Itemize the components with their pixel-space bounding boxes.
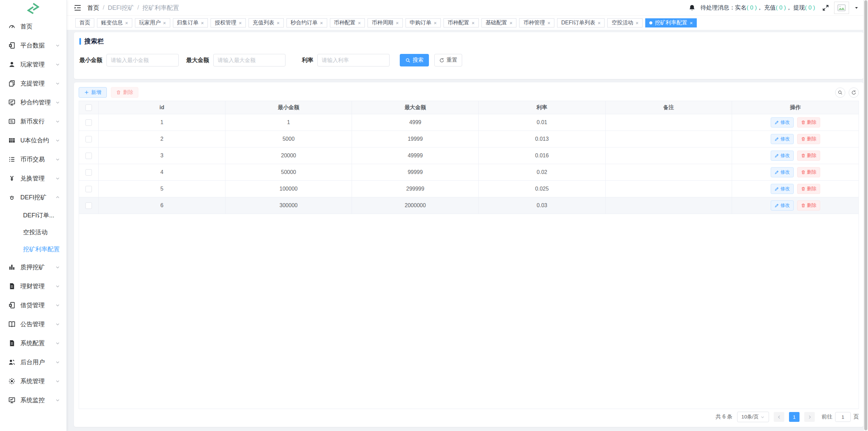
sidebar-item-9[interactable]: DEFI挖矿 bbox=[0, 188, 66, 207]
edit-button[interactable]: 修改 bbox=[771, 184, 794, 194]
tab-11[interactable]: 基础配置× bbox=[481, 18, 517, 27]
tab-close-icon[interactable]: × bbox=[690, 20, 693, 25]
sidebar-item-13[interactable]: 公告管理 bbox=[0, 315, 66, 334]
delete-button[interactable]: 删除 bbox=[797, 184, 820, 194]
row-checkbox-cell bbox=[79, 131, 99, 148]
tab-close-icon[interactable]: × bbox=[163, 20, 166, 25]
tab-14[interactable]: 空投活动× bbox=[607, 18, 643, 27]
sidebar-item-14[interactable]: 系统配置 bbox=[0, 334, 66, 353]
sidebar-item-10[interactable]: 质押挖矿 bbox=[0, 258, 66, 277]
tab-close-icon[interactable]: × bbox=[598, 20, 601, 25]
fullscreen-icon[interactable] bbox=[822, 4, 829, 12]
tab-3[interactable]: 归集订单× bbox=[173, 18, 208, 27]
sidebar-subitem-9-2[interactable]: 挖矿利率配置 bbox=[0, 241, 66, 258]
tab-7[interactable]: 币种配置× bbox=[330, 18, 365, 27]
tab-1[interactable]: 账变信息× bbox=[97, 18, 132, 27]
search-button[interactable]: 搜索 bbox=[400, 54, 429, 66]
add-button[interactable]: 新增 bbox=[79, 87, 107, 98]
cell-0-0: 1 bbox=[99, 114, 225, 131]
tab-5[interactable]: 充值列表× bbox=[249, 18, 284, 27]
tab-close-icon[interactable]: × bbox=[472, 20, 475, 25]
tab-close-icon[interactable]: × bbox=[434, 20, 437, 25]
sidebar-item-7[interactable]: 币币交易 bbox=[0, 150, 66, 169]
tab-12[interactable]: 币种管理× bbox=[519, 18, 554, 27]
breadcrumb-item-1[interactable]: DEFI挖矿 bbox=[108, 4, 134, 12]
sidebar-item-2[interactable]: 玩家管理 bbox=[0, 55, 66, 74]
bulk-delete-button[interactable]: 删除 bbox=[111, 87, 138, 98]
row-checkbox[interactable] bbox=[85, 119, 92, 126]
edit-button[interactable]: 修改 bbox=[771, 151, 794, 161]
select-all-checkbox[interactable] bbox=[85, 104, 92, 111]
tab-close-icon[interactable]: × bbox=[635, 20, 638, 25]
row-checkbox[interactable] bbox=[85, 136, 92, 142]
delete-button[interactable]: 删除 bbox=[797, 151, 820, 161]
sidebar-item-5[interactable]: 新币发行 bbox=[0, 112, 66, 131]
sidebar-subitem-9-0[interactable]: DEFI订单... bbox=[0, 207, 66, 224]
tab-13[interactable]: DEFI订单列表× bbox=[557, 18, 605, 27]
window-scrollbar[interactable] bbox=[863, 0, 868, 431]
edit-button[interactable]: 修改 bbox=[771, 117, 794, 128]
sidebar-item-1[interactable]: 平台数据 bbox=[0, 36, 66, 55]
tab-close-icon[interactable]: × bbox=[396, 20, 399, 25]
edit-button[interactable]: 修改 bbox=[771, 167, 794, 177]
page-size-select[interactable]: 10条/页 bbox=[737, 412, 769, 422]
tab-15[interactable]: 挖矿利率配置× bbox=[645, 18, 697, 27]
tab-close-icon[interactable]: × bbox=[277, 20, 280, 25]
tab-close-icon[interactable]: × bbox=[201, 20, 204, 25]
tab-close-icon[interactable]: × bbox=[358, 20, 361, 25]
sidebar-item-0[interactable]: 首页 bbox=[0, 17, 66, 36]
chevron-down-icon bbox=[55, 265, 60, 270]
tab-close-icon[interactable]: × bbox=[547, 20, 550, 25]
sidebar-subitem-9-1[interactable]: 空投活动 bbox=[0, 224, 66, 241]
tab-0[interactable]: 首页 bbox=[75, 18, 94, 27]
sidebar-item-17[interactable]: 系统监控 bbox=[0, 391, 66, 410]
tab-10[interactable]: 币种配置× bbox=[443, 18, 479, 27]
sidebar-item-4[interactable]: 秒合约管理 bbox=[0, 93, 66, 112]
rate-input[interactable] bbox=[317, 54, 390, 66]
row-checkbox[interactable] bbox=[85, 186, 92, 192]
prev-page-button[interactable] bbox=[774, 412, 784, 422]
tab-close-icon[interactable]: × bbox=[320, 20, 323, 25]
tab-close-icon[interactable]: × bbox=[239, 20, 242, 25]
sidebar-item-3[interactable]: 充提管理 bbox=[0, 74, 66, 93]
reset-button[interactable]: 重置 bbox=[434, 54, 462, 66]
sidebar-item-16[interactable]: 系统管理 bbox=[0, 372, 66, 391]
edit-button[interactable]: 修改 bbox=[771, 200, 794, 211]
sidebar-item-8[interactable]: 兑换管理 bbox=[0, 169, 66, 188]
sidebar-item-6[interactable]: U本位合约 bbox=[0, 131, 66, 150]
toggle-search-icon[interactable] bbox=[835, 87, 845, 98]
row-checkbox[interactable] bbox=[85, 153, 92, 159]
avatar[interactable] bbox=[834, 2, 849, 14]
tab-8[interactable]: 币种周期× bbox=[368, 18, 403, 27]
sidebar-item-12[interactable]: 借贷管理 bbox=[0, 296, 66, 315]
sidebar-item-11[interactable]: 理财管理 bbox=[0, 277, 66, 296]
delete-button[interactable]: 删除 bbox=[797, 200, 820, 211]
tab-4[interactable]: 授权管理× bbox=[211, 18, 246, 27]
user-menu-caret-icon[interactable] bbox=[854, 5, 859, 11]
min-amount-input[interactable] bbox=[106, 54, 179, 66]
chevron-down-icon bbox=[55, 62, 60, 67]
tab-9[interactable]: 申购订单× bbox=[406, 18, 441, 27]
bell-icon[interactable] bbox=[688, 4, 696, 12]
tab-close-icon[interactable]: × bbox=[125, 20, 128, 25]
sidebar-collapse-icon[interactable] bbox=[74, 4, 82, 12]
edit-button[interactable]: 修改 bbox=[771, 134, 794, 144]
tab-6[interactable]: 秒合约订单× bbox=[287, 18, 327, 27]
delete-button[interactable]: 删除 bbox=[797, 167, 820, 177]
sidebar-item-15[interactable]: 后台用户 bbox=[0, 353, 66, 372]
max-amount-input[interactable] bbox=[213, 54, 285, 66]
chevron-down-icon bbox=[55, 397, 60, 403]
breadcrumb-item-0[interactable]: 首页 bbox=[87, 4, 99, 12]
rates-table: id最小金额最大金额利率备注操作1149990.01修改删除2500019999… bbox=[79, 101, 859, 409]
goto-page-input[interactable] bbox=[835, 412, 851, 422]
refresh-table-icon[interactable] bbox=[849, 87, 859, 98]
scrollbar-thumb[interactable] bbox=[864, 0, 867, 430]
next-page-button[interactable] bbox=[804, 412, 815, 422]
tab-2[interactable]: 玩家用户× bbox=[135, 18, 170, 27]
delete-button[interactable]: 删除 bbox=[797, 117, 820, 128]
row-checkbox[interactable] bbox=[85, 169, 92, 176]
delete-button[interactable]: 删除 bbox=[797, 134, 820, 144]
tab-close-icon[interactable]: × bbox=[510, 20, 513, 25]
row-checkbox[interactable] bbox=[85, 202, 92, 209]
current-page-button[interactable]: 1 bbox=[789, 412, 800, 422]
